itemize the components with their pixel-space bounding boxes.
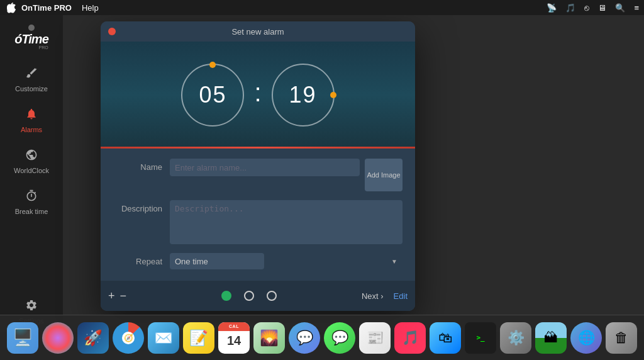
minutes-circle[interactable]: 19 <box>272 64 335 127</box>
next-button[interactable]: Next › <box>362 291 384 301</box>
dock-finder[interactable]: 🖥️ <box>7 322 38 354</box>
dock-facetime[interactable]: 💬 <box>289 322 320 354</box>
form-area: Name Add Image Description Repeat One ti… <box>101 149 415 288</box>
hours-dot-top <box>209 62 216 68</box>
dock-mail[interactable]: ✉️ <box>148 322 179 354</box>
hours-circle[interactable]: 05 <box>181 64 244 127</box>
sidebar-item-customize[interactable]: Customize <box>3 60 60 99</box>
dock-launchpad[interactable]: 🚀 <box>77 322 109 354</box>
dock-trash[interactable]: 🗑 <box>606 322 637 354</box>
dialog-titlebar: Set new alarm <box>101 21 415 42</box>
sidebar-item-breaktime[interactable]: Break time <box>3 183 60 222</box>
repeat-select-wrapper: One time Every day Weekdays Weekends Cus… <box>170 253 402 269</box>
menubar-help[interactable]: Help <box>82 3 99 13</box>
dock: 🖥️ 🚀 🧭 ✉️ 📝 CAL 14 🌄 💬 💬 <box>0 315 644 360</box>
dock-mountain[interactable]: 🏔 <box>535 322 567 354</box>
menubar: OnTime PRO Help 📡 🎵 ⎋ 🖥 🔍 ≡ <box>0 0 644 15</box>
display-icon[interactable]: 🖥 <box>598 3 606 13</box>
dialog-close-button[interactable] <box>108 28 116 35</box>
repeat-row: Repeat One time Every day Weekdays Weeke… <box>113 253 402 269</box>
timer-icon <box>25 189 38 205</box>
footer-dot-1[interactable] <box>221 291 231 301</box>
dock-terminal[interactable]: >_ <box>465 322 496 354</box>
footer-dot-2[interactable] <box>244 291 254 301</box>
name-label: Name <box>113 159 170 172</box>
description-row: Description <box>113 200 402 244</box>
add-image-button[interactable]: Add Image <box>365 159 402 191</box>
repeat-select[interactable]: One time Every day Weekdays Weekends Cus… <box>170 253 264 269</box>
main-content: Set new alarm 05 : 19 Na <box>63 15 644 332</box>
dock-music[interactable]: 🎵 <box>394 322 426 354</box>
terminal-label: >_ <box>476 334 484 342</box>
dock-system-preferences[interactable]: ⚙️ <box>500 322 531 354</box>
name-input[interactable] <box>170 159 360 176</box>
time-separator: : <box>254 79 261 112</box>
name-row: Name Add Image <box>113 159 402 191</box>
description-input[interactable] <box>170 200 402 244</box>
dialog-footer: + − Next › Edit <box>101 281 415 311</box>
dock-photos-landscape[interactable]: 🌄 <box>253 322 285 354</box>
remove-alarm-button[interactable]: − <box>120 290 127 303</box>
gear-icon <box>25 299 38 315</box>
bell-icon <box>25 108 38 123</box>
dock-appstore[interactable]: 🛍 <box>430 322 461 354</box>
sidebar-worldclock-label: WorldClock <box>14 167 49 174</box>
dock-siri[interactable] <box>42 322 74 354</box>
add-alarm-button[interactable]: + <box>108 290 115 303</box>
minutes-dot-right <box>330 92 336 98</box>
select-arrow-icon: ▼ <box>391 258 397 265</box>
edit-button[interactable]: Edit <box>394 291 408 301</box>
repeat-label: Repeat <box>113 253 170 266</box>
footer-dots <box>136 291 362 301</box>
dock-notes[interactable]: 📝 <box>183 322 214 354</box>
app-container: óTime PRO Customize Alarms <box>0 15 644 332</box>
set-alarm-dialog: Set new alarm 05 : 19 Na <box>101 21 415 311</box>
dock-messages[interactable]: 💬 <box>324 322 355 354</box>
sidebar-customize-label: Customize <box>15 85 48 93</box>
globe-icon <box>25 149 38 164</box>
menubar-right-icons: 📡 🎵 ⎋ 🖥 🔍 ≡ <box>547 3 639 13</box>
sidebar: óTime PRO Customize Alarms <box>0 15 63 332</box>
dialog-title: Set new alarm <box>231 27 284 37</box>
dock-news[interactable]: 📰 <box>359 322 391 354</box>
footer-dot-3[interactable] <box>267 291 277 301</box>
apple-menu-icon[interactable] <box>5 0 18 15</box>
sidebar-item-worldclock[interactable]: WorldClock <box>3 142 60 181</box>
search-icon[interactable]: 🔍 <box>615 3 625 13</box>
sidebar-alarms-label: Alarms <box>21 126 42 133</box>
dock-safari[interactable]: 🧭 <box>113 322 144 354</box>
music-note-icon[interactable]: 🎵 <box>565 3 575 13</box>
sidebar-item-alarms[interactable]: Alarms <box>3 101 60 140</box>
menubar-app-name[interactable]: OnTime PRO <box>21 3 72 13</box>
time-picker-area: 05 : 19 <box>101 42 415 149</box>
broadcast-icon[interactable]: 📡 <box>547 3 557 13</box>
dock-browser[interactable]: 🌐 <box>570 322 602 354</box>
airplay-icon[interactable]: ⎋ <box>584 3 589 13</box>
menu-lines-icon[interactable]: ≡ <box>634 3 639 13</box>
sidebar-breaktime-label: Break time <box>15 208 48 215</box>
sidebar-logo: óTime PRO <box>6 21 57 53</box>
time-red-line <box>101 147 415 149</box>
description-label: Description <box>113 200 170 213</box>
dock-calendar[interactable]: CAL 14 <box>218 322 250 354</box>
paintbrush-icon <box>25 67 38 82</box>
